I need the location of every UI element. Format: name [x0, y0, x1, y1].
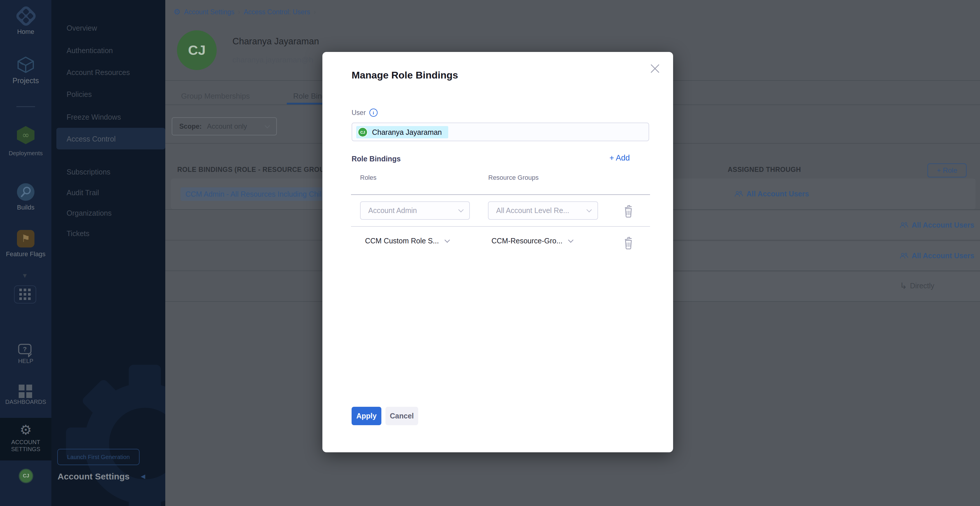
deployments-icon[interactable]: ∞ [15, 125, 36, 145]
directly-arrow-icon: ↳ [900, 282, 907, 289]
manage-role-bindings-modal: Manage Role Bindings User CJ Charanya Ja… [322, 52, 673, 452]
grid-dots-icon [19, 289, 22, 291]
scope-value: Account only [207, 122, 247, 130]
user-groups-icon [900, 222, 908, 229]
add-role-button[interactable]: + Role [928, 163, 967, 178]
feature-flags-icon[interactable] [17, 230, 35, 247]
rail-avatar-initials: CJ [19, 470, 32, 482]
builds-icon[interactable] [16, 183, 35, 201]
scope-label: Scope: [179, 122, 202, 130]
user-email: charanya.jayaraman@h [232, 56, 313, 65]
resource-group-select[interactable]: CCM-Resource-Gro... [492, 237, 573, 245]
breadcrumb-separator: › [238, 8, 240, 16]
breadcrumb-account-settings[interactable]: Account Settings [184, 8, 234, 16]
breadcrumb-access-control-users[interactable]: Access Control: Users [244, 8, 310, 16]
account-settings-label-1: ACCOUNT [0, 439, 51, 446]
add-role-binding-link[interactable]: + Add [609, 154, 630, 163]
rail-item-feature-flags[interactable]: Feature Flags [0, 251, 51, 258]
apply-button[interactable]: Apply [352, 407, 381, 425]
modal-title: Manage Role Bindings [352, 70, 458, 81]
rail-item-projects[interactable]: Projects [0, 76, 51, 85]
rail-item-help[interactable]: HELP [0, 358, 51, 365]
assigned-through-link[interactable]: All Account Users [900, 252, 974, 260]
nav-item-authentication[interactable]: Authentication [67, 46, 113, 55]
nav-item-account-resources[interactable]: Account Resources [67, 68, 130, 77]
user-chip[interactable]: CJ Charanya Jayaraman [356, 126, 448, 138]
roles-column-label: Roles [360, 174, 376, 181]
rail-item-deployments[interactable]: Deployments [0, 150, 51, 157]
user-avatar-initials: CJ [177, 30, 217, 70]
nav-item-access-control[interactable]: Access Control [67, 135, 116, 143]
assigned-directly: ↳ Directly [900, 282, 934, 290]
resource-groups-column-label: Resource Groups [488, 174, 538, 181]
nav-item-freeze-windows[interactable]: Freeze Windows [67, 113, 121, 121]
gear-watermark [63, 362, 165, 506]
breadcrumb-gear-icon [173, 8, 180, 16]
user-groups-icon [900, 252, 908, 259]
delete-binding-icon[interactable] [622, 237, 634, 249]
rail-item-account-settings-active[interactable]: ACCOUNT SETTINGS [0, 418, 51, 460]
chip-user-name: Charanya Jayaraman [372, 128, 442, 136]
role-bindings-section-title: Role Bindings [352, 155, 401, 163]
user-groups-icon [734, 190, 743, 198]
delete-binding-icon[interactable] [622, 205, 634, 218]
account-settings-gear-icon [0, 423, 51, 436]
assigned-through-link[interactable]: All Account Users [900, 221, 974, 229]
chip-avatar-initials: CJ [360, 130, 365, 135]
role-select[interactable]: Account Admin [360, 201, 470, 220]
scope-chevron-icon [264, 123, 270, 128]
projects-icon[interactable] [16, 56, 35, 74]
user-field-label: User [352, 109, 377, 117]
breadcrumb: Account Settings › Access Control: Users… [173, 8, 316, 16]
rail-item-home[interactable]: Home [0, 28, 51, 36]
resource-group-select[interactable]: All Account Level Re... [488, 201, 598, 220]
row-divider [351, 226, 650, 227]
rail-divider [16, 106, 35, 107]
launch-first-generation-button[interactable]: Launch First Generation [57, 449, 140, 465]
assigned-through-link[interactable]: All Account Users [734, 190, 809, 198]
nav-item-tickets[interactable]: Tickets [67, 229, 89, 238]
chevron-down-icon [458, 207, 463, 212]
nav-item-audit-trail[interactable]: Audit Trail [67, 189, 99, 197]
harness-logo-icon[interactable] [13, 3, 39, 29]
cancel-button[interactable]: Cancel [385, 407, 418, 425]
help-icon[interactable]: ? [18, 344, 35, 357]
column-assigned-through: ASSIGNED THROUGH [728, 166, 801, 174]
module-rail: Home Projects ∞ Deployments Builds Featu… [0, 0, 51, 506]
chevron-down-icon [586, 207, 592, 212]
scope-dropdown[interactable]: Scope: Account only [172, 117, 277, 135]
user-field[interactable]: CJ Charanya Jayaraman [352, 122, 649, 141]
close-icon[interactable] [649, 62, 661, 75]
rail-more-chevron-icon[interactable] [22, 272, 28, 279]
rail-item-dashboards[interactable]: DASHBOARDS [0, 399, 51, 405]
role-binding-chip[interactable]: CCM Admin - All Resources Including Chil [180, 187, 326, 201]
svg-text:∞: ∞ [22, 130, 30, 140]
role-select[interactable]: CCM Custom Role S... [365, 237, 449, 245]
svg-text:?: ? [23, 346, 27, 353]
nav-item-subscriptions[interactable]: Subscriptions [67, 168, 110, 176]
nav-item-policies[interactable]: Policies [67, 90, 92, 98]
breadcrumb-separator: › [313, 8, 316, 16]
chevron-down-icon [568, 237, 573, 243]
nav-item-overview[interactable]: Overview [67, 24, 97, 32]
dashboards-icon[interactable] [19, 385, 24, 390]
chevron-down-icon [444, 237, 450, 243]
user-name: Charanya Jayaraman [232, 36, 319, 47]
column-role-bindings: ROLE BINDINGS (ROLE - RESOURCE GROUP) [177, 166, 331, 174]
collapse-nav-icon[interactable] [141, 473, 145, 480]
nav-item-organizations[interactable]: Organizations [67, 209, 111, 217]
rail-item-builds[interactable]: Builds [0, 204, 51, 211]
rail-user-avatar[interactable]: CJ [19, 469, 33, 483]
tab-group-memberships[interactable]: Group Memberships [181, 92, 250, 101]
info-icon[interactable] [369, 109, 377, 117]
nav-footer-title: Account Settings [57, 471, 130, 482]
app-root: Home Projects ∞ Deployments Builds Featu… [0, 0, 980, 506]
account-settings-label-2: SETTINGS [0, 446, 51, 453]
settings-nav-panel: Overview Authentication Account Resource… [51, 0, 165, 506]
header-divider [351, 194, 650, 195]
chip-avatar: CJ [358, 127, 368, 137]
user-avatar: CJ [177, 30, 217, 70]
module-picker-button[interactable] [14, 286, 36, 303]
